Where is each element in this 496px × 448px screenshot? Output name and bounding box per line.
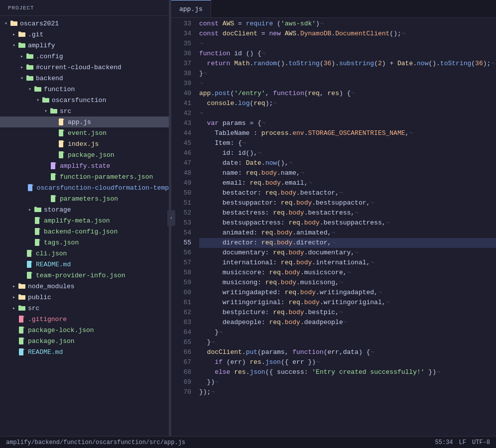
tree-item-backendconfig[interactable]: backend-config.json xyxy=(0,226,169,237)
code-line-56[interactable]: documentary: req.body.documentary,¬ xyxy=(199,248,496,258)
code-line-63[interactable]: deadpeople: req.body.deadpeople¬ xyxy=(199,318,496,328)
code-line-42[interactable]: ¬ xyxy=(199,109,496,118)
resizer[interactable]: ‹ xyxy=(169,0,171,436)
code-line-55[interactable]: director: req.body.director,¬ xyxy=(199,238,496,248)
tree-item-nodemodules[interactable]: ▸node_modules xyxy=(0,281,169,292)
code-line-41[interactable]: console.log(req);¬ xyxy=(199,99,496,109)
tree-item-config[interactable]: ▸.config xyxy=(0,51,169,62)
tree-arrow-root[interactable]: ▾ xyxy=(2,20,10,26)
code-line-54[interactable]: animated: req.body.animated,¬ xyxy=(199,228,496,238)
tree-arrow-public[interactable]: ▸ xyxy=(10,294,18,300)
tree-item-packagelockjson[interactable]: package-lock.json xyxy=(0,325,169,336)
tree-item-root[interactable]: ▾oscars2021 xyxy=(0,18,169,29)
code-line-35[interactable]: ¬ xyxy=(199,39,496,49)
line-num-60: 60 xyxy=(175,288,191,298)
line-num-70: 70 xyxy=(175,387,191,397)
code-line-62[interactable]: bestpicture: req.body.bestpic,¬ xyxy=(199,308,496,318)
code-editor[interactable]: 3334353637383940414243444546474849505152… xyxy=(171,18,496,436)
tree-item-indexjs[interactable]: index.js xyxy=(0,138,169,149)
code-line-44[interactable]: TableName : process.env.STORAGE_OSCARENT… xyxy=(199,128,496,138)
code-line-59[interactable]: musicsong: req.body.musicsong,¬ xyxy=(199,278,496,288)
code-line-40[interactable]: app.post('/entry', function(req, res) {¬ xyxy=(199,89,496,99)
tree-arrow-backend[interactable]: ▾ xyxy=(18,75,26,81)
tree-item-backend[interactable]: ▾backend xyxy=(0,73,169,84)
tree-item-packagejson-root[interactable]: package.json xyxy=(0,336,169,346)
code-line-50[interactable]: bestactor: req.body.bestactor,¬ xyxy=(199,188,496,198)
tree-item-readmemd-root[interactable]: README.md xyxy=(0,346,169,357)
tree-item-clijson[interactable]: cli.json xyxy=(0,248,169,259)
code-line-48[interactable]: name: req.body.name,¬ xyxy=(199,168,496,178)
code-line-70[interactable]: });¬ xyxy=(199,387,496,397)
tree-label-src-root: src xyxy=(28,305,39,312)
file-tree[interactable]: ▾oscars2021▸.git▾amplify▸.config▸#curren… xyxy=(0,16,169,436)
code-line-52[interactable]: bestactress: req.body.bestactress,¬ xyxy=(199,208,496,218)
code-line-45[interactable]: Item: {¬ xyxy=(199,138,496,148)
tree-arrow-git[interactable]: ▸ xyxy=(10,31,18,37)
tree-item-current-cloud[interactable]: ▸#current-cloud-backend xyxy=(0,62,169,73)
code-line-46[interactable]: id: id(),¬ xyxy=(199,148,496,158)
tree-item-appjs[interactable]: app.js xyxy=(0,116,169,127)
tree-item-oscarsfunctioncloud[interactable]: oscarsfunction-cloudformation-temp xyxy=(0,182,169,193)
code-line-51[interactable]: bestsuppactor: req.body.bestsuppactor,¬ xyxy=(199,198,496,208)
tree-label-backend: backend xyxy=(36,75,63,82)
code-line-64[interactable]: }¬ xyxy=(199,328,496,337)
tree-item-amplifymeta[interactable]: amplify-meta.json xyxy=(0,215,169,226)
tree-item-functionparams[interactable]: function-parameters.json xyxy=(0,171,169,182)
tree-label-appjs: app.js xyxy=(68,118,91,126)
tree-item-gitignore[interactable]: .gitignore xyxy=(0,314,169,325)
tab-appjs[interactable]: app.js xyxy=(171,0,211,17)
code-line-65[interactable]: }¬ xyxy=(199,337,496,347)
code-line-66[interactable]: docClient.put(params, function(err,data)… xyxy=(199,347,496,357)
tree-item-parametersjson[interactable]: parameters.json xyxy=(0,193,169,204)
code-line-49[interactable]: email: req.body.email,¬ xyxy=(199,178,496,188)
tree-arrow-storage[interactable]: ▸ xyxy=(26,207,34,213)
tree-item-public[interactable]: ▸public xyxy=(0,292,169,303)
code-line-57[interactable]: international: req.body.international,¬ xyxy=(199,258,496,268)
tree-item-git[interactable]: ▸.git xyxy=(0,29,169,40)
tree-item-packagejson[interactable]: package.json xyxy=(0,149,169,160)
collapse-button[interactable]: ‹ xyxy=(167,210,175,226)
tree-item-storage[interactable]: ▸storage xyxy=(0,204,169,215)
code-line-39[interactable]: ¬ xyxy=(199,79,496,89)
tree-item-function[interactable]: ▾function xyxy=(0,84,169,95)
tree-item-src-root[interactable]: ▸src xyxy=(0,303,169,314)
code-line-37[interactable]: return Math.random().toString(36).substr… xyxy=(199,59,496,69)
tree-arrow-config[interactable]: ▸ xyxy=(18,53,26,59)
code-line-68[interactable]: else res.json({ success: 'Entry created … xyxy=(199,367,496,377)
tree-label-current-cloud: #current-cloud-backend xyxy=(36,64,122,71)
tree-item-amplify[interactable]: ▾amplify xyxy=(0,40,169,51)
tree-arrow-nodemodules[interactable]: ▸ xyxy=(10,283,18,289)
code-line-67[interactable]: if (err) res.json({ err })¬ xyxy=(199,357,496,367)
tree-item-amplifystate[interactable]: amplify.state xyxy=(0,160,169,171)
code-line-53[interactable]: bestsuppactress: req.body.bestsuppactres… xyxy=(199,218,496,228)
line-num-47: 47 xyxy=(175,158,191,168)
tree-item-readmemd[interactable]: README.md xyxy=(0,259,169,270)
tree-arrow-function[interactable]: ▾ xyxy=(26,86,34,92)
tree-item-tagsjson[interactable]: tags.json xyxy=(0,237,169,248)
code-line-43[interactable]: var params = {¬ xyxy=(199,118,496,128)
file-icon-teamprovider xyxy=(26,271,34,279)
code-line-69[interactable]: })¬ xyxy=(199,377,496,387)
file-icon-appjs xyxy=(58,118,66,126)
tree-item-src[interactable]: ▾src xyxy=(0,106,169,116)
tree-arrow-amplify[interactable]: ▾ xyxy=(10,42,18,48)
code-line-47[interactable]: date: Date.now(),¬ xyxy=(199,158,496,168)
code-line-38[interactable]: }¬ xyxy=(199,69,496,79)
svg-rect-45 xyxy=(28,184,32,191)
code-line-61[interactable]: writingoriginal: req.body.writingorigina… xyxy=(199,298,496,308)
tree-arrow-src-root[interactable]: ▸ xyxy=(10,305,18,311)
file-icon-readmemd-root xyxy=(18,348,26,356)
tree-arrow-oscarsfunction[interactable]: ▾ xyxy=(34,97,42,103)
code-line-34[interactable]: const docClient = new AWS.DynamoDB.Docum… xyxy=(199,29,496,39)
code-content[interactable]: const AWS = require ('aws-sdk')¬const do… xyxy=(195,18,496,436)
code-line-60[interactable]: writingadapted: req.body.writingadapted,… xyxy=(199,288,496,298)
tree-item-eventjson[interactable]: event.json xyxy=(0,127,169,138)
tree-arrow-src[interactable]: ▾ xyxy=(42,108,50,114)
tree-arrow-current-cloud[interactable]: ▸ xyxy=(18,64,26,70)
tree-item-teamprovider[interactable]: team-provider-info.json xyxy=(0,270,169,281)
code-line-36[interactable]: function id () {¬ xyxy=(199,49,496,59)
tree-item-oscarsfunction[interactable]: ▾oscarsfunction xyxy=(0,95,169,106)
code-line-58[interactable]: musicscore: req.body.musicscore,¬ xyxy=(199,268,496,278)
code-line-33[interactable]: const AWS = require ('aws-sdk')¬ xyxy=(199,19,496,29)
svg-rect-81 xyxy=(19,316,23,323)
